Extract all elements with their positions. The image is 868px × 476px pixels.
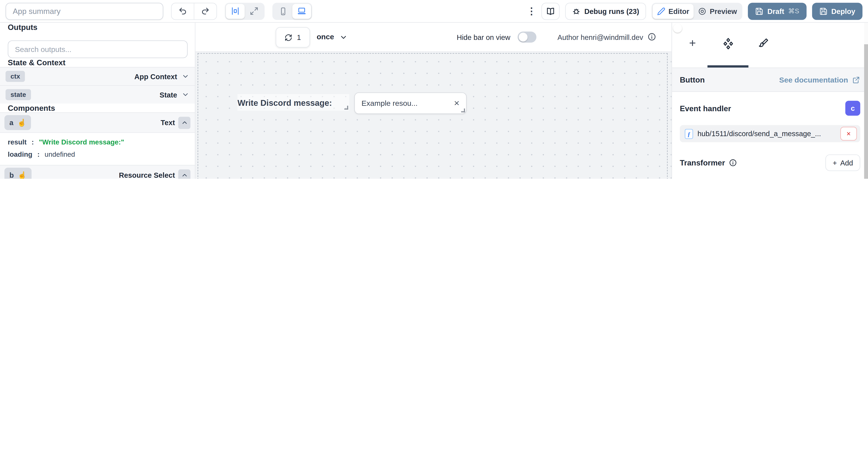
insert-component-tab[interactable]: + [684,35,701,52]
external-link-icon [852,75,860,84]
component-header: Button See documentation [672,68,868,92]
debug-runs-button[interactable]: Debug runs (23) [565,2,646,20]
windmill-app-editor: ⋮ Debug runs (23) Editor Preview Draft [0,0,868,179]
output-field[interactable]: result:"Write Discord message:" [0,136,195,149]
window-scrollbar[interactable] [864,23,868,179]
transformer-label: Transformer [680,158,725,167]
app-summary-input[interactable] [6,2,163,20]
draft-shortcut: ⌘S [788,7,799,15]
resource-select-component[interactable]: Example resou... × [354,93,467,114]
component-type-label: Resource Select [119,171,175,179]
save-icon [755,7,764,15]
clear-select-icon[interactable]: × [454,98,459,109]
styling-tab[interactable] [755,35,772,52]
ctx-label: App Context [134,72,177,81]
centered-layout-button[interactable] [226,3,245,19]
save-icon [819,7,828,15]
state-row-state[interactable]: state State [0,85,195,103]
settings-panel: + Button See documentation Event handler… [672,23,868,179]
outputs-sidebar: Outputs State & Context ctx App Context … [0,23,195,179]
state-row-ctx[interactable]: ctx App Context [0,67,195,85]
state-label: State [159,90,177,99]
undo-button[interactable] [172,3,194,19]
resize-handle-icon[interactable] [344,106,348,110]
chevron-down-icon[interactable] [182,91,189,98]
book-icon [546,6,555,16]
component-id-badge: a☝ [4,115,31,130]
component-type-label: Text [161,119,175,127]
attached-runnable-row[interactable]: ƒ hub/1511/discord/send_a_message_... × [680,125,860,142]
ctx-badge: ctx [6,71,25,82]
editor-label: Editor [669,7,689,15]
event-handler-row: Event handler c [680,101,860,116]
refresh-count: 1 [297,33,301,41]
editor-preview-toggle: Editor Preview [651,2,742,20]
scrollbar-thumb[interactable] [864,44,868,179]
top-toolbar: ⋮ Debug runs (23) Editor Preview Draft [0,0,868,23]
see-documentation-link[interactable]: See documentation [779,75,860,84]
component-diamonds-icon [722,37,734,49]
component-settings-tab[interactable] [720,35,736,52]
info-icon[interactable] [729,159,737,166]
component-row-b[interactable]: b☝Resource Select [0,165,195,179]
hide-bar-label: Hide bar on view [457,33,510,41]
device-toggle-group [272,2,312,20]
detach-runnable-button[interactable]: × [840,127,857,141]
active-tab-underline [708,65,748,68]
outputs-title: Outputs [0,23,195,32]
settings-tabs: + [672,23,868,68]
undo-redo-group [171,2,217,20]
app-canvas[interactable]: Write Discord message: Example resou... … [195,52,672,179]
runnable-path: hub/1511/discord/send_a_message_... [698,129,836,138]
deploy-button[interactable]: Deploy [812,2,862,20]
topbar-right-group: ⋮ Debug runs (23) Editor Preview Draft [527,2,862,20]
resize-handle-icon[interactable] [461,108,465,113]
bug-icon [572,7,581,15]
chevron-down-icon[interactable] [182,72,189,80]
transformer-row: Transformer +Add [680,154,860,171]
schedule-select[interactable]: once [317,33,334,41]
preview-label: Preview [710,7,737,15]
layout-toggle-group [225,2,265,20]
text-component[interactable]: Write Discord message: [238,94,349,111]
search-outputs-input[interactable] [8,40,188,58]
refresh-icon [285,33,292,41]
paintbrush-icon [758,38,769,49]
components-list: a☝Textresult:"Write Discord message:"loa… [0,113,195,179]
output-field[interactable]: loading:undefined [0,149,195,161]
hide-bar-toggle[interactable] [518,32,536,42]
component-outputs-a: result:"Write Discord message:"loading:u… [0,132,195,165]
draft-button[interactable]: Draft ⌘S [748,2,806,20]
refresh-count-button[interactable]: 1 [276,27,310,47]
desktop-view-button[interactable] [292,3,311,19]
preview-tab[interactable]: Preview [694,3,741,19]
mobile-view-button[interactable] [274,3,292,19]
function-icon: ƒ [685,129,693,139]
draft-label: Draft [767,7,784,15]
debug-runs-label: Debug runs (23) [584,7,639,15]
event-handler-label: Event handler [680,104,731,113]
select-value: Example resou... [362,99,417,107]
add-transformer-button[interactable]: +Add [826,154,860,171]
component-row-a[interactable]: a☝Text [0,113,195,132]
info-icon[interactable] [648,33,656,43]
chevron-down-icon[interactable] [339,33,348,44]
state-badge: state [6,89,31,100]
component-id-badge: b☝ [4,168,32,179]
components-title: Components [0,103,195,113]
component-type-title: Button [680,75,705,84]
more-menu-button[interactable]: ⋮ [527,5,536,17]
app-grid-outline [197,53,668,179]
pencil-icon [657,7,665,15]
collapse-icon[interactable] [178,117,190,129]
toggle-knob [519,33,528,41]
hand-icon: ☝ [17,119,26,126]
collapse-icon[interactable] [178,169,190,179]
editor-tab[interactable]: Editor [652,3,693,19]
docs-button[interactable] [541,2,559,20]
redo-button[interactable] [194,3,216,19]
fullwidth-layout-icon[interactable] [245,3,264,19]
hand-icon: ☝ [18,171,27,179]
deploy-label: Deploy [831,7,855,15]
preview-eye-icon [698,7,706,15]
